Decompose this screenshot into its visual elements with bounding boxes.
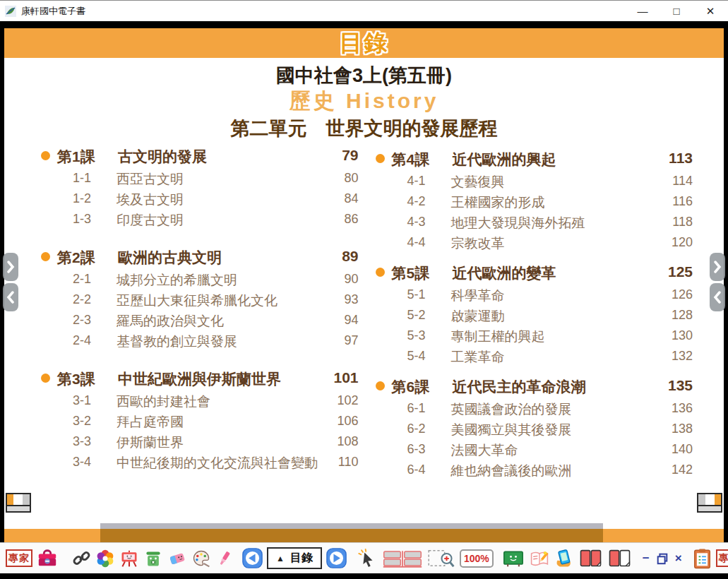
lesson-number: 第4課: [392, 150, 443, 169]
lesson-number: 第2課: [57, 248, 108, 268]
section-page-number: 128: [656, 306, 693, 323]
section-entry[interactable]: 4-2王權國家的形成116: [376, 193, 693, 213]
section-page-number: 114: [656, 172, 693, 189]
section-entry[interactable]: 1-1西亞古文明80: [41, 169, 359, 190]
section-entry[interactable]: 4-3地理大發現與海外拓殖118: [376, 213, 693, 234]
section-entry[interactable]: 3-3伊斯蘭世界108: [41, 433, 359, 453]
lesson-entry[interactable]: 第3課中世紀歐洲與伊斯蘭世界101: [41, 369, 359, 392]
section-entry[interactable]: 5-2啟蒙運動128: [376, 306, 693, 327]
section-number: 6-2: [407, 420, 443, 436]
section-title: 英國議會政治的發展: [443, 400, 657, 419]
app-minimize-icon[interactable]: −: [640, 551, 652, 566]
lesson-entry[interactable]: 第4課近代歐洲的興起113: [376, 150, 693, 172]
bullet-icon: [376, 381, 385, 390]
nav-collapse-left-icon[interactable]: [3, 283, 18, 311]
app-window: 康軒國中電子書 — □ ✕ 目錄 國中社會3上(第五冊) 歷史 History …: [0, 0, 728, 579]
section-page-number: 126: [656, 286, 693, 302]
lesson-title: 近代歐洲的變革: [443, 263, 657, 283]
section-title: 工業革命: [443, 347, 657, 366]
lesson-entry[interactable]: 第2課歐洲的古典文明89: [41, 248, 359, 270]
page-header: 目錄: [4, 28, 724, 58]
section-entry[interactable]: 5-4工業革命132: [376, 347, 693, 368]
lesson-page-number: 135: [656, 377, 693, 394]
two-page-view-icon[interactable]: [578, 549, 603, 568]
section-entry[interactable]: 3-4中世紀後期的文化交流與社會變動110: [41, 453, 359, 474]
section-entry[interactable]: 2-2亞歷山大東征與希臘化文化93: [41, 291, 359, 311]
section-page-number: 102: [322, 392, 359, 408]
section-entry[interactable]: 6-3法國大革命140: [376, 441, 693, 461]
app-restore-icon[interactable]: [656, 552, 669, 565]
section-entry[interactable]: 2-3羅馬的政治與文化94: [41, 311, 359, 332]
expert-mode-button[interactable]: 專家: [716, 549, 728, 567]
blackboard-icon[interactable]: [502, 549, 525, 568]
up-triangle-icon[interactable]: ▲: [276, 554, 285, 563]
section-entry[interactable]: 2-4基督教的創立與發展97: [41, 332, 359, 352]
pointer-icon[interactable]: [357, 548, 378, 569]
app-close-icon[interactable]: ×: [673, 551, 684, 566]
workbook-icon[interactable]: [529, 549, 550, 568]
flip-corner-left-icon[interactable]: [6, 493, 31, 513]
section-title: 西亞古文明: [108, 169, 322, 189]
bullet-icon: [376, 268, 385, 277]
section-entry[interactable]: 5-3專制王權的興起130: [376, 327, 693, 347]
close-window-icon[interactable]: ✕: [704, 5, 717, 18]
flip-corner-right-icon[interactable]: [697, 493, 722, 513]
section-title: 宗教改革: [443, 234, 657, 253]
hyperlink-icon[interactable]: [72, 549, 91, 568]
section-entry[interactable]: 1-3印度古文明86: [41, 210, 359, 231]
lesson-block: 第2課歐洲的古典文明892-1城邦分立的希臘文明902-2亞歷山大東征與希臘化文…: [41, 248, 359, 352]
toc-column: 第1課古文明的發展791-1西亞古文明801-2埃及古文明841-3印度古文明8…: [41, 147, 359, 491]
lesson-entry[interactable]: 第5課近代歐洲的變革125: [376, 263, 693, 286]
section-entry[interactable]: 6-2美國獨立與其後發展138: [376, 420, 693, 441]
next-page-button[interactable]: [326, 548, 347, 568]
trash-robot-icon[interactable]: [143, 549, 163, 568]
prev-page-button[interactable]: [242, 548, 263, 568]
zoom-select-icon[interactable]: [427, 548, 455, 569]
toolbox-icon[interactable]: [37, 548, 58, 569]
section-entry[interactable]: 4-1文藝復興114: [376, 172, 693, 193]
section-entry[interactable]: 6-4維也納會議後的歐洲142: [376, 461, 693, 482]
palette-icon[interactable]: [191, 549, 211, 568]
section-entry[interactable]: 4-4宗教改革120: [376, 234, 693, 254]
easel-icon[interactable]: [119, 549, 139, 568]
single-page-view-icon[interactable]: [607, 549, 632, 568]
color-wheel-icon[interactable]: [95, 549, 115, 568]
section-entry[interactable]: 3-1西歐的封建社會102: [41, 392, 359, 412]
scrollbar-thumb[interactable]: [100, 523, 603, 529]
nav-expand-right-icon[interactable]: [3, 253, 18, 281]
section-title: 羅馬的政治與文化: [108, 311, 322, 330]
eraser-icon[interactable]: [167, 549, 187, 568]
lesson-title: 歐洲的古典文明: [108, 248, 322, 268]
nav-collapse-left-icon[interactable]: [710, 283, 725, 311]
section-page-number: 94: [322, 311, 359, 328]
maximize-window-icon[interactable]: □: [670, 5, 683, 17]
page-selector[interactable]: ▲ 目錄: [267, 547, 322, 569]
highlighter-icon[interactable]: [215, 549, 234, 568]
section-entry[interactable]: 5-1科學革命126: [376, 286, 693, 306]
section-entry[interactable]: 1-2埃及古文明84: [41, 190, 359, 210]
book-title: 國中社會3上(第五冊): [4, 64, 724, 88]
toc-column: 第4課近代歐洲的興起1134-1文藝復興1144-2王權國家的形成1164-3地…: [376, 147, 693, 491]
section-entry[interactable]: 2-1城邦分立的希臘文明90: [41, 270, 359, 291]
zoom-level-button[interactable]: 100%: [460, 549, 494, 568]
section-number: 1-3: [73, 210, 108, 227]
expert-mode-button[interactable]: 專家: [6, 549, 32, 567]
mobile-share-icon[interactable]: [554, 549, 574, 568]
section-entry[interactable]: 6-1英國議會政治的發展136: [376, 400, 693, 420]
minimize-window-icon[interactable]: —: [636, 5, 649, 17]
lesson-entry[interactable]: 第6課近代民主的革命浪潮135: [376, 377, 693, 400]
lesson-entry[interactable]: 第1課古文明的發展79: [41, 147, 359, 169]
section-page-number: 132: [656, 347, 693, 364]
lesson-page-number: 79: [322, 147, 359, 164]
section-number: 6-1: [407, 400, 443, 416]
section-title: 拜占庭帝國: [108, 412, 322, 431]
open-book-icon[interactable]: [382, 548, 423, 569]
section-title: 文藝復興: [443, 172, 657, 191]
section-number: 2-4: [73, 332, 108, 348]
nav-expand-right-icon[interactable]: [710, 253, 725, 281]
app-logo-icon: [4, 5, 17, 18]
section-number: 3-3: [73, 433, 108, 449]
section-entry[interactable]: 3-2拜占庭帝國106: [41, 412, 359, 433]
clipboard-notes-icon[interactable]: [693, 548, 712, 569]
lesson-page-number: 125: [656, 263, 693, 280]
